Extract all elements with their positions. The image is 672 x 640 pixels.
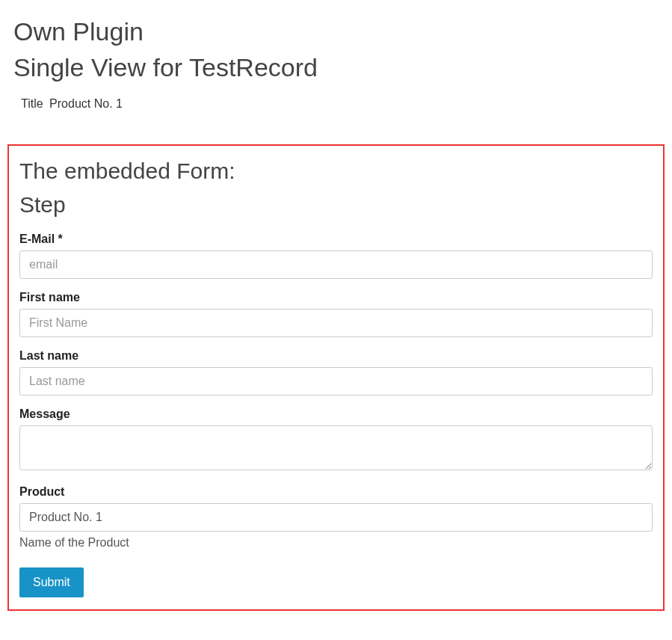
page-title: Own Plugin xyxy=(13,15,659,48)
page-subtitle: Single View for TestRecord xyxy=(13,51,659,84)
page-header: Own Plugin Single View for TestRecord Ti… xyxy=(0,0,672,122)
form-heading: The embedded Form: xyxy=(19,156,653,185)
product-label: Product xyxy=(19,485,653,499)
last-name-field[interactable] xyxy=(19,367,653,396)
product-group: Product Name of the Product xyxy=(19,485,653,550)
title-value: Product No. 1 xyxy=(49,97,123,110)
first-name-field[interactable] xyxy=(19,309,653,337)
embedded-form-container: The embedded Form: Step E-Mail * First n… xyxy=(7,144,665,611)
message-field[interactable] xyxy=(19,425,653,470)
first-name-label: First name xyxy=(19,291,653,304)
last-name-label: Last name xyxy=(19,349,653,363)
message-label: Message xyxy=(19,407,653,421)
submit-button[interactable]: Submit xyxy=(19,567,84,597)
first-name-group: First name xyxy=(19,291,653,337)
email-label: E-Mail * xyxy=(19,233,653,246)
email-group: E-Mail * xyxy=(19,233,653,279)
email-field[interactable] xyxy=(19,250,653,279)
form-step: Step xyxy=(19,190,653,219)
title-row: Title Product No. 1 xyxy=(13,97,659,111)
product-field[interactable] xyxy=(19,503,653,532)
product-help: Name of the Product xyxy=(19,536,653,550)
message-group: Message xyxy=(19,407,653,473)
title-label: Title xyxy=(21,97,43,110)
last-name-group: Last name xyxy=(19,349,653,396)
